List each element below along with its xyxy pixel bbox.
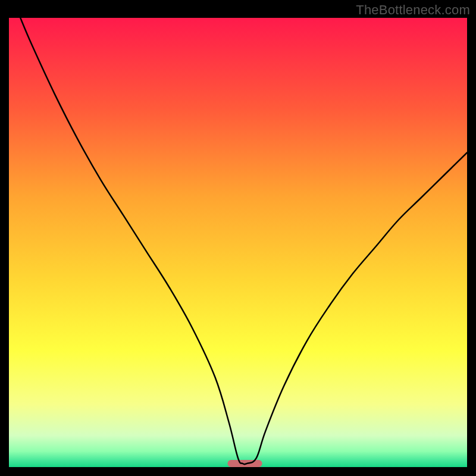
chart-background — [9, 18, 467, 467]
bottleneck-chart — [9, 18, 467, 467]
watermark-text: TheBottleneck.com — [356, 2, 470, 18]
chart-frame — [9, 18, 467, 467]
